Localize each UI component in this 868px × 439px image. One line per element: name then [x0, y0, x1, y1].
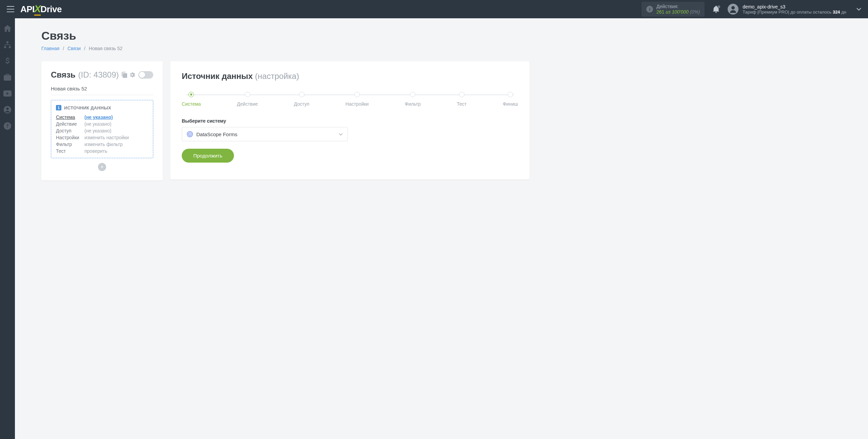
bell-dot	[717, 5, 720, 8]
bell-icon[interactable]	[713, 5, 719, 13]
breadcrumb-current: Новая связь 52	[89, 46, 122, 51]
step-label: Финиш	[503, 101, 518, 107]
system-select[interactable]: DataScope Forms	[182, 127, 348, 141]
connection-icons	[122, 72, 135, 78]
breadcrumb-links[interactable]: Связи	[67, 46, 81, 51]
source-row-value: (не указано)	[84, 128, 148, 133]
copy-icon[interactable]	[122, 72, 127, 78]
logo-api: API	[20, 4, 35, 15]
user-text: demo_apix-drive_s3 Тариф |Премиум PRO| д…	[743, 4, 846, 15]
page-title: Связь	[41, 29, 868, 42]
toggle-knob	[139, 72, 145, 78]
connection-card: Связь (ID: 43809) Новая связь 52 1 ИСТОЧ…	[41, 61, 163, 181]
page-header: Связь Главная / Связи / Новая связь 52	[15, 18, 868, 54]
step-система[interactable]: Система	[182, 92, 201, 107]
system-select-value: DataScope Forms	[196, 131, 237, 137]
field-label: Выберите систему	[182, 118, 518, 124]
user-name: demo_apix-drive_s3	[743, 4, 846, 9]
sidebar-help-icon[interactable]	[3, 122, 12, 130]
chevron-down-icon	[339, 133, 343, 135]
logo[interactable]: APIXDrive	[20, 3, 62, 16]
user-menu[interactable]: demo_apix-drive_s3 Тариф |Премиум PRO| д…	[728, 4, 861, 15]
source-row-label: Доступ	[56, 128, 84, 133]
step-circle	[508, 92, 513, 97]
step-circle	[299, 92, 304, 97]
step-настройки[interactable]: Настройки	[346, 92, 369, 107]
actions-label: Действия:	[656, 4, 700, 9]
step-доступ[interactable]: Доступ	[294, 92, 310, 107]
source-row-value: (не указано)	[84, 121, 148, 127]
svg-point-0	[731, 6, 735, 9]
source-row-value[interactable]: (не указано)	[84, 114, 148, 120]
add-button[interactable]: +	[98, 163, 106, 171]
source-row-label: Фильтр	[56, 142, 84, 147]
actions-counter[interactable]: i Действия: 261 из 100'000 (0%)	[642, 2, 705, 17]
sidebar-briefcase-icon[interactable]	[3, 73, 12, 81]
sidebar-home-icon[interactable]	[3, 24, 12, 33]
source-table: Система(не указано)Действие(не указано)Д…	[56, 114, 148, 154]
step-финиш[interactable]: Финиш	[503, 92, 518, 107]
menu-toggle[interactable]	[7, 6, 14, 12]
actions-text: Действия: 261 из 100'000 (0%)	[656, 4, 700, 15]
step-label: Система	[182, 101, 201, 107]
panels: Связь (ID: 43809) Новая связь 52 1 ИСТОЧ…	[15, 54, 868, 181]
breadcrumb: Главная / Связи / Новая связь 52	[41, 46, 868, 51]
breadcrumb-sep: /	[63, 46, 64, 51]
step-circle	[189, 92, 194, 97]
actions-pct: (0%)	[690, 9, 700, 15]
source-row-label: Настройки	[56, 135, 84, 140]
connection-name: Новая связь 52	[51, 86, 153, 95]
step-label: Настройки	[346, 101, 369, 107]
step-label: Фильтр	[405, 101, 421, 107]
sidebar-youtube-icon[interactable]	[3, 89, 12, 98]
header: APIXDrive i Действия: 261 из 100'000 (0%…	[0, 0, 868, 18]
step-label: Тест	[457, 101, 467, 107]
connection-title-row: Связь (ID: 43809)	[51, 70, 153, 80]
chevron-down-icon	[856, 8, 861, 11]
logo-drive: Drive	[40, 4, 62, 15]
source-row-label[interactable]: Система	[56, 114, 84, 120]
connection-id: (ID: 43809)	[78, 70, 119, 80]
actions-count: 261	[656, 9, 664, 15]
connection-title: Связь	[51, 70, 75, 80]
page-body: Связь Главная / Связи / Новая связь 52 С…	[0, 18, 868, 439]
step-тест[interactable]: Тест	[457, 92, 467, 107]
step-действие[interactable]: Действие	[237, 92, 258, 107]
sidebar-user-icon[interactable]	[3, 106, 12, 114]
config-title-main: Источник данных	[182, 71, 253, 81]
enable-toggle[interactable]	[138, 71, 153, 79]
step-circle	[410, 92, 415, 97]
info-icon: i	[646, 6, 653, 13]
source-row-label: Тест	[56, 148, 84, 154]
sidebar	[0, 18, 15, 439]
sidebar-dollar-icon[interactable]	[3, 57, 12, 65]
step-circle	[245, 92, 250, 97]
svg-rect-2	[4, 46, 6, 48]
source-head-text: ИСТОЧНИК ДАННЫХ	[64, 105, 111, 110]
step-фильтр[interactable]: Фильтр	[405, 92, 421, 107]
source-row-label: Действие	[56, 121, 84, 127]
svg-rect-1	[6, 41, 8, 43]
actions-max: 100'000	[672, 9, 688, 15]
header-right: i Действия: 261 из 100'000 (0%) demo_api…	[642, 2, 861, 17]
step-circle	[354, 92, 360, 97]
gear-icon[interactable]	[129, 72, 135, 78]
badge-one: 1	[56, 105, 61, 110]
svg-point-6	[6, 108, 9, 110]
source-row-value: проверить	[84, 148, 148, 154]
config-title-sub: (настройка)	[255, 71, 299, 81]
step-circle	[459, 92, 465, 97]
sidebar-sitemap-icon[interactable]	[3, 41, 12, 49]
avatar	[728, 4, 738, 15]
svg-point-10	[190, 134, 191, 135]
source-row-value: изменить фильтр	[84, 142, 148, 147]
user-plan: Тариф |Премиум PRO| до оплаты осталось 3…	[743, 9, 846, 15]
svg-rect-3	[9, 46, 11, 48]
source-box: 1 ИСТОЧНИК ДАННЫХ Система(не указано)Дей…	[51, 100, 153, 158]
breadcrumb-home[interactable]: Главная	[41, 46, 59, 51]
step-label: Действие	[237, 101, 258, 107]
continue-button[interactable]: Продолжить	[182, 149, 234, 163]
actions-of: из	[666, 9, 670, 15]
datascope-icon	[187, 131, 193, 137]
logo-x: X	[34, 3, 41, 16]
